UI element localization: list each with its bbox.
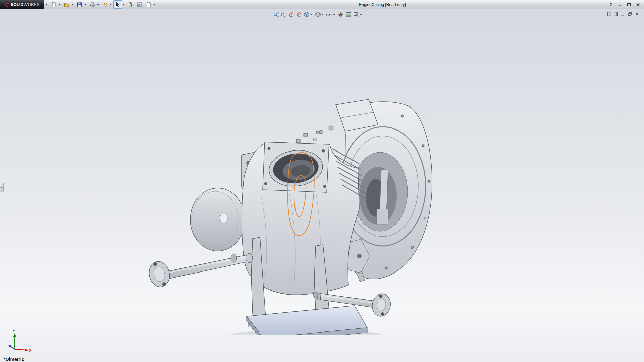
select-cursor-icon (115, 2, 120, 7)
section-view-icon (296, 12, 302, 17)
options-button[interactable] (135, 0, 144, 9)
save-dropdown[interactable] (84, 4, 86, 5)
feature-pane-left-button[interactable] (606, 12, 611, 16)
view-settings-icon (353, 12, 359, 17)
open-button[interactable] (62, 0, 71, 9)
view-orientation-dropdown[interactable] (310, 14, 312, 15)
logo-text: SOLIDWORKS (11, 2, 40, 7)
apply-scene-button[interactable] (344, 11, 352, 18)
undo-arrow-icon (102, 2, 108, 7)
window-controls: ? (608, 0, 641, 9)
view-settings-dropdown[interactable] (360, 14, 362, 15)
zoom-to-area-button[interactable] (279, 11, 287, 18)
chevron-left-icon (1, 186, 2, 188)
save-button[interactable] (75, 0, 84, 9)
hide-show-glasses-icon (326, 12, 333, 17)
document-minimize-button[interactable] (621, 12, 625, 16)
left-end-cover (190, 188, 245, 251)
close-icon (636, 3, 640, 7)
view-orientation-cube-icon (304, 12, 310, 17)
title-bar: SOLIDWORKS (0, 0, 644, 9)
options-list-icon (137, 2, 142, 7)
open-dropdown[interactable] (71, 4, 73, 5)
save-floppy-icon (77, 2, 82, 7)
view-orientation-label: *Dimetric (4, 357, 24, 362)
section-view-button[interactable] (295, 11, 303, 18)
file-properties-dropdown[interactable] (153, 4, 155, 5)
graphics-viewport[interactable]: Y X *Dimetric (0, 9, 644, 362)
new-document-button[interactable] (50, 0, 58, 9)
select-tool-button[interactable] (113, 0, 122, 9)
engine-casing-3d-model (146, 99, 433, 335)
minimize-button[interactable] (617, 2, 623, 7)
doc-minimize-icon (621, 12, 625, 16)
pane-left-icon (607, 12, 611, 16)
zoom-to-fit-icon (273, 12, 279, 17)
solidworks-logo: SOLIDWORKS (0, 0, 44, 9)
edit-appearance-button[interactable] (337, 11, 344, 18)
edit-appearance-sphere-icon (338, 12, 343, 17)
help-glyph: ? (609, 2, 612, 7)
ds-swirl-icon (5, 2, 9, 7)
file-properties-icon (146, 2, 151, 7)
undo-button[interactable] (101, 0, 109, 9)
doc-close-icon (635, 12, 639, 16)
new-document-dropdown[interactable] (59, 4, 61, 5)
apply-scene-icon (345, 12, 352, 17)
print-dropdown[interactable] (97, 4, 99, 5)
feature-manager-collapsed-tab[interactable] (0, 183, 4, 192)
previous-view-button[interactable] (287, 11, 295, 18)
rebuild-button[interactable] (126, 0, 135, 9)
display-style-dropdown[interactable] (322, 14, 324, 15)
close-button[interactable] (635, 2, 641, 7)
hide-show-items-button[interactable] (325, 11, 333, 18)
document-restore-button[interactable] (628, 12, 632, 16)
previous-view-icon (288, 12, 294, 17)
window-title: EngineCasing [Read-only] (359, 2, 406, 7)
print-icon (90, 2, 95, 7)
maximize-button[interactable] (626, 2, 632, 7)
print-button[interactable] (88, 0, 97, 9)
open-folder-icon (64, 2, 69, 7)
file-properties-button[interactable] (144, 0, 153, 9)
select-dropdown[interactable] (122, 4, 124, 5)
view-settings-button[interactable] (352, 11, 360, 18)
doc-restore-icon (628, 12, 632, 16)
help-button[interactable]: ? (608, 2, 613, 7)
undo-dropdown[interactable] (110, 4, 112, 5)
head-flange (263, 138, 329, 192)
hide-show-items-dropdown[interactable] (333, 14, 335, 15)
document-window-controls (606, 12, 639, 16)
triad-x-label: X (29, 348, 32, 352)
triad-y-label: Y (13, 329, 15, 333)
new-document-icon (51, 2, 57, 7)
document-close-button[interactable] (635, 12, 639, 16)
main-toolbar (49, 0, 157, 9)
zoom-to-area-icon (280, 12, 286, 17)
display-style-button[interactable] (314, 11, 322, 18)
toolbar-expand-arrow[interactable] (46, 3, 47, 6)
pane-right-icon (614, 12, 618, 16)
feature-pane-right-button[interactable] (613, 12, 618, 16)
rebuild-traffic-light-icon (128, 2, 133, 7)
reference-triad: Y X (6, 328, 33, 355)
zoom-to-fit-button[interactable] (272, 11, 279, 18)
view-orientation-button[interactable] (303, 11, 310, 18)
left-support-rod (147, 253, 253, 289)
minimize-icon (618, 3, 622, 7)
display-style-cube-icon (315, 12, 321, 17)
maximize-icon (627, 3, 631, 7)
heads-up-view-toolbar (272, 11, 364, 18)
